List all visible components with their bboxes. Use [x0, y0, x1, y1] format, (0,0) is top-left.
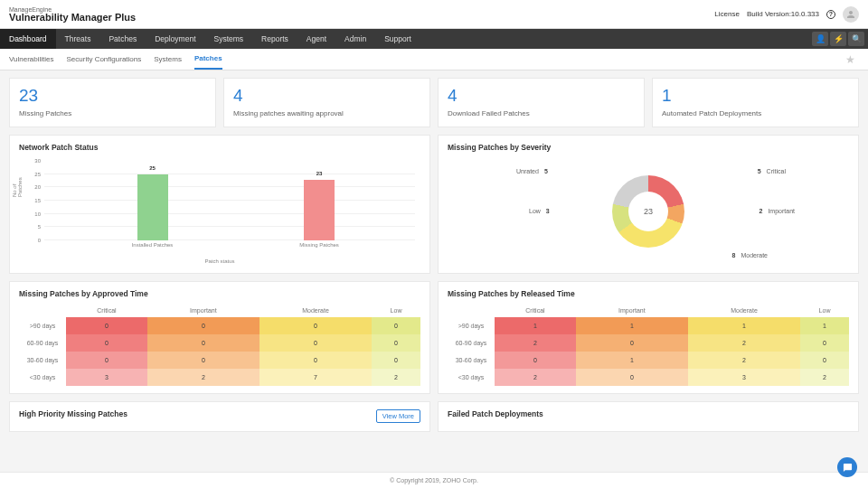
quick-action-icon[interactable]: ⚡ [830, 32, 846, 46]
donut-chart: 23 5Critical 2Important 8Moderate Low3 U… [448, 157, 849, 266]
y-tick: 25 [34, 172, 41, 177]
heat-approved: Critical Important Moderate Low >90 days… [19, 304, 420, 386]
heat-row: 30-60 days 0 1 2 0 [448, 352, 849, 369]
license-link[interactable]: License [714, 10, 740, 18]
col-critical: Critical [495, 304, 576, 317]
col-low: Low [372, 304, 420, 317]
nav-agent[interactable]: Agent [297, 29, 335, 49]
col-important: Important [147, 304, 259, 317]
charts-row: Network Patch Status No of Patches 0 5 1… [9, 135, 859, 274]
kpi-label: Missing Patches [19, 109, 206, 117]
heat-row: >90 days 1 1 1 1 [448, 317, 849, 334]
panel-network-patch-status: Network Patch Status No of Patches 0 5 1… [9, 135, 430, 274]
nav-systems[interactable]: Systems [205, 29, 253, 49]
donut-label-moderate: 8Moderate [732, 252, 768, 258]
y-tick: 20 [34, 184, 41, 190]
donut-label-low: Low3 [529, 208, 550, 214]
y-axis: No of Patches 0 5 10 15 20 25 30 [19, 161, 42, 240]
panel-title: Network Patch Status [19, 143, 420, 152]
view-more-button[interactable]: View More [376, 409, 420, 423]
donut-label-important: 2Important [760, 208, 795, 214]
chat-fab[interactable] [837, 457, 857, 477]
nav-dashboard[interactable]: Dashboard [0, 29, 56, 49]
heat-row: <30 days 3 2 7 2 [19, 369, 420, 386]
heat-row: <30 days 2 0 3 2 [448, 369, 849, 386]
bar-installed[interactable]: 25 Installed Patches [137, 174, 168, 240]
panel-released-time: Missing Patches by Released Time Critica… [438, 281, 859, 394]
subnav-systems[interactable]: Systems [154, 50, 182, 69]
donut-ring[interactable]: 23 [612, 175, 684, 248]
footer: © Copyright 2019, ZOHO Corp. [0, 472, 868, 488]
nav-admin[interactable]: Admin [335, 29, 375, 49]
panel-title: Missing Patches by Released Time [448, 289, 849, 298]
kpi-auto-deployments[interactable]: 1 Automated Patch Deployments [652, 78, 859, 127]
panel-missing-by-severity: Missing Patches by Severity 23 5Critical… [438, 135, 859, 274]
panel-failed-deployments: Failed Patch Deployments [438, 401, 859, 432]
nav-right: 👤 ⚡ 🔍 [812, 29, 864, 49]
brand-bottom: Vulnerability Manager Plus [9, 13, 136, 23]
panel-approved-time: Missing Patches by Approved Time Critica… [9, 281, 430, 394]
col-critical: Critical [66, 304, 147, 317]
donut-label-critical: 5Critical [758, 168, 786, 174]
search-icon[interactable]: 🔍 [848, 32, 864, 46]
kpi-label: Missing patches awaiting approval [233, 109, 420, 117]
heat-row: 60-90 days 2 0 2 0 [448, 334, 849, 352]
brand-logo: ManageEngine Vulnerability Manager Plus [9, 6, 136, 23]
grid-line [44, 239, 415, 240]
kpi-label: Download Failed Patches [448, 109, 635, 117]
user-avatar[interactable] [843, 6, 859, 23]
panel-high-priority: View More High Priority Missing Patches [9, 401, 430, 432]
y-tick: 0 [38, 238, 41, 243]
donut-label-unrated: Unrated5 [516, 168, 548, 174]
y-tick: 10 [34, 211, 41, 217]
y-tick: 5 [38, 224, 41, 230]
kpi-value: 23 [19, 86, 206, 106]
kpi-awaiting-approval[interactable]: 4 Missing patches awaiting approval [223, 78, 430, 127]
bar-missing[interactable]: 23 Missing Patches [304, 180, 335, 240]
bar-value: 23 [304, 171, 335, 176]
nav-reports[interactable]: Reports [252, 29, 297, 49]
footer-text: © Copyright 2019, ZOHO Corp. [390, 477, 478, 483]
bottom-row: View More High Priority Missing Patches … [9, 401, 859, 432]
col-low: Low [800, 304, 849, 317]
heat-header: Critical Important Moderate Low [19, 304, 420, 317]
bar-category: Installed Patches [99, 242, 207, 248]
heat-header: Critical Important Moderate Low [448, 304, 849, 317]
x-axis-label: Patch status [19, 258, 420, 264]
favorite-icon[interactable]: ★ [845, 53, 855, 66]
notification-icon[interactable]: 👤 [812, 32, 828, 46]
content-area: 23 Missing Patches 4 Missing patches awa… [0, 70, 868, 488]
nav-threats[interactable]: Threats [56, 29, 100, 49]
y-tick: 15 [34, 198, 41, 203]
sub-nav: Vulnerabilities Security Configurations … [0, 49, 868, 70]
heat-row: 60-90 days 0 0 0 0 [19, 334, 420, 352]
subnav-patches[interactable]: Patches [194, 49, 222, 70]
heat-row: 30-60 days 0 0 0 0 [19, 352, 420, 369]
nav-deployment[interactable]: Deployment [146, 29, 204, 49]
heat-released: Critical Important Moderate Low >90 days… [448, 304, 849, 386]
kpi-row: 23 Missing Patches 4 Missing patches awa… [9, 78, 859, 127]
subnav-security-config[interactable]: Security Configurations [67, 50, 142, 69]
nav-patches[interactable]: Patches [99, 29, 146, 49]
kpi-value: 4 [448, 86, 635, 106]
bar-chart: No of Patches 0 5 10 15 20 25 30 [19, 157, 420, 266]
main-nav: Dashboard Threats Patches Deployment Sys… [0, 29, 868, 49]
subnav-vulnerabilities[interactable]: Vulnerabilities [9, 50, 54, 69]
header-right: License Build Version:10.0.333 ? [714, 6, 859, 23]
kpi-download-failed[interactable]: 4 Download Failed Patches [438, 78, 645, 127]
kpi-label: Automated Patch Deployments [662, 109, 849, 117]
help-icon[interactable]: ? [826, 10, 835, 19]
donut-total: 23 [612, 175, 684, 248]
heat-row: >90 days 0 0 0 0 [19, 317, 420, 334]
nav-support[interactable]: Support [375, 29, 420, 49]
grid-line [44, 226, 415, 227]
bar-category: Missing Patches [265, 242, 373, 248]
col-important: Important [576, 304, 688, 317]
kpi-missing-patches[interactable]: 23 Missing Patches [9, 78, 216, 127]
heatmap-row: Missing Patches by Approved Time Critica… [9, 281, 859, 394]
grid-line [44, 186, 415, 187]
grid-line [44, 174, 415, 174]
panel-title: Missing Patches by Approved Time [19, 289, 420, 298]
build-version: Build Version:10.0.333 [747, 10, 819, 18]
kpi-value: 4 [233, 86, 420, 106]
